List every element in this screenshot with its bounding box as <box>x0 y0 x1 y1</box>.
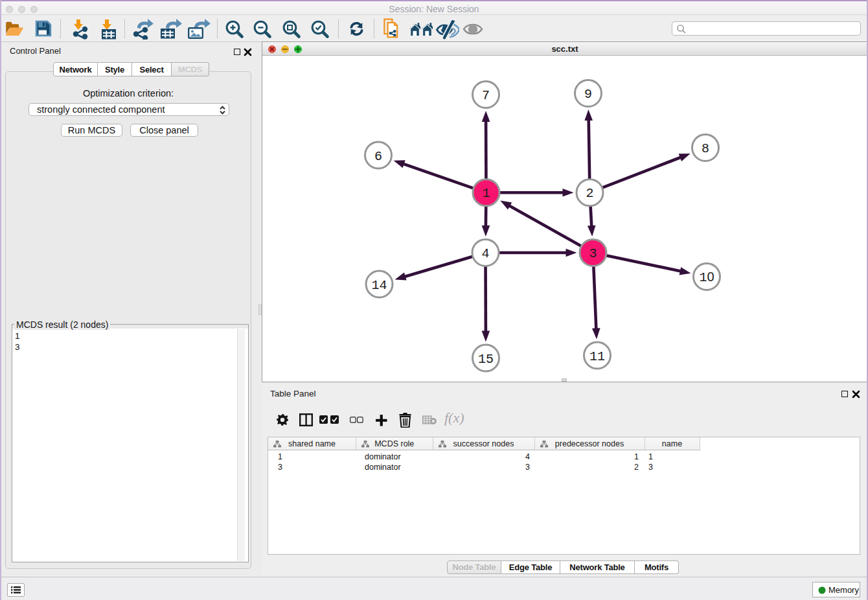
svg-text:4: 4 <box>481 246 489 261</box>
svg-text:14: 14 <box>371 278 387 293</box>
svg-text:7: 7 <box>482 88 490 103</box>
svg-text:3: 3 <box>589 246 597 261</box>
svg-text:1: 1 <box>482 186 490 201</box>
svg-text:10: 10 <box>699 270 714 285</box>
svg-text:2: 2 <box>586 186 593 201</box>
svg-text:15: 15 <box>478 352 494 367</box>
svg-text:11: 11 <box>589 349 605 364</box>
svg-text:9: 9 <box>584 87 592 102</box>
svg-text:8: 8 <box>702 141 709 156</box>
svg-text:6: 6 <box>374 149 382 164</box>
